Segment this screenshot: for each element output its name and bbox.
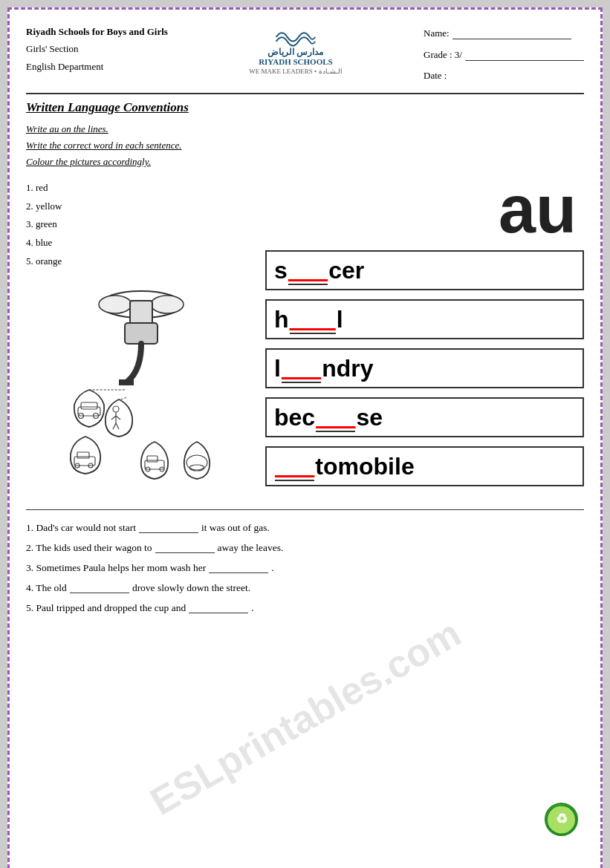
svg-point-2 [151,296,184,313]
right-column: au s cer h l l ndry [265,176,584,497]
left-column: 1. red 2. yellow 3. green 4. blue 5. ora… [26,176,256,497]
word-box-2: h l [265,299,584,339]
page-title: Written Language Conventions [26,100,584,115]
word-blank-4[interactable] [316,403,355,432]
svg-rect-17 [77,452,89,458]
sentences-section: 1. Dad's car would not start it was out … [26,509,584,618]
word-prefix-4: bec [274,404,315,431]
instruction-2: Write the correct word in each sentence. [26,137,584,154]
color-list: 1. red 2. yellow 3. green 4. blue 5. ora… [26,179,256,270]
worksheet-page: Riyadh Schools for Boys and Girls Girls'… [7,7,603,868]
word-blank-5[interactable] [275,452,314,481]
sent1-end: it was out of gas. [201,518,270,538]
sent2-blank[interactable] [155,541,215,553]
word-blank-1[interactable] [288,256,328,285]
girls-section: Girls' Section [26,40,168,57]
color-item-4: 4. blue [26,234,256,252]
sent4-num: 4. The old [26,578,67,598]
word-prefix-2: h [274,306,289,333]
header-center: مدارس الرياض RIYADH SCHOOLS WE MAKE LEAD… [249,25,342,75]
word-box-1: s cer [265,250,584,290]
name-field: Name: [424,23,584,45]
svg-line-12 [111,416,116,420]
esl-ball-icon: ♻ [545,803,578,836]
word-prefix-1: s [274,257,288,284]
svg-rect-21 [147,456,158,462]
svg-rect-4 [125,323,158,344]
sent5-blank[interactable] [189,601,248,613]
color-item-5: 5. orange [26,252,256,271]
color-item-2: 2. yellow [26,198,256,216]
sentence-2: 2. The kids used their wagon to away the… [26,538,584,558]
sent2-end: away the leaves. [218,538,284,558]
sent3-num: 3. Sometimes Paula helps her mom wash he… [26,558,206,578]
word-suffix-5: tomobile [315,453,414,480]
svg-line-13 [116,416,120,420]
sent3-blank[interactable] [209,561,268,573]
name-input-field[interactable] [452,27,571,39]
color-item-1: 1. red [26,179,256,198]
word-suffix-3: ndry [322,355,373,382]
faucet-illustration [45,275,238,497]
svg-line-15 [116,423,119,429]
logo-english: RIYADH SCHOOLS [259,57,333,67]
word-box-4: bec se [265,397,584,437]
sent4-end: drove slowly down the street. [132,578,250,598]
header: Riyadh Schools for Boys and Girls Girls'… [26,23,584,94]
sentence-1: 1. Dad's car would not start it was out … [26,518,584,538]
sent4-blank[interactable] [70,581,129,593]
watermark: ESLprintables.com [143,610,468,823]
sentence-3: 3. Sometimes Paula helps her mom wash he… [26,558,584,578]
header-right: Name: Grade : 3/ Date : [424,23,584,87]
logo-sub: WE MAKE LEADERS • الـشـادة [249,68,342,75]
word-blank-2[interactable] [290,305,336,334]
word-box-3: l ndry [265,348,584,388]
instructions: Write au on the lines. Write the correct… [26,121,584,170]
svg-line-14 [113,423,116,429]
header-left: Riyadh Schools for Boys and Girls Girls'… [26,23,168,75]
sent2-num: 2. The kids used their wagon to [26,538,152,558]
logo-waves-icon [273,25,318,47]
word-trail-2 [343,306,370,333]
sent1-num: 1. Dad's car would not start [26,518,136,538]
english-dept: English Department [26,58,168,75]
grade-input-field[interactable] [465,49,584,61]
word-prefix-3: l [274,355,281,382]
word-suffix-1: cer [328,257,364,284]
word-suffix-4: se [356,404,383,431]
tap-drawing [26,275,256,497]
sent5-num: 5. Paul tripped and dropped the cup and [26,598,186,618]
esl-logo: ♻ [545,803,578,836]
school-name: Riyadh Schools for Boys and Girls [26,23,168,40]
word-box-5: tomobile [265,446,584,486]
sentence-5: 5. Paul tripped and dropped the cup and … [26,598,584,618]
instruction-1: Write au on the lines. [26,121,584,137]
logo-arabic: مدارس الرياض [267,47,323,57]
grade-field: Grade : 3/ [424,45,584,66]
word-blank-3[interactable] [282,354,321,383]
recycle-ball-icon: ♻ [546,804,577,835]
svg-point-10 [113,406,119,412]
sentence-4: 4. The old drove slowly down the street. [26,578,584,598]
svg-rect-7 [81,402,97,409]
sent5-end: . [251,598,253,618]
sent1-blank[interactable] [139,521,198,533]
svg-point-1 [99,296,132,313]
svg-text:♻: ♻ [556,811,568,826]
color-item-3: 3. green [26,215,256,234]
instruction-3: Colour the pictures accordingly. [26,154,584,170]
sent3-end: . [271,558,273,578]
date-field: Date : [424,65,584,87]
big-au-letters: au [265,176,584,243]
word-suffix-2: l [337,306,343,333]
